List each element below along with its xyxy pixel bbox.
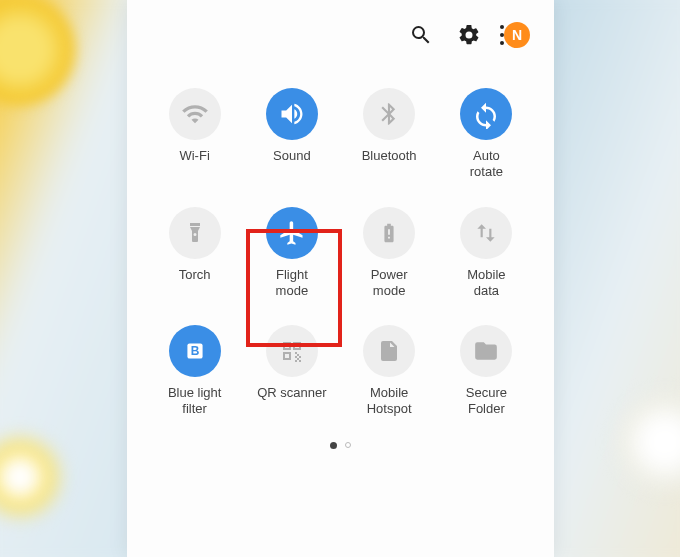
folder-icon — [460, 325, 512, 377]
settings-button[interactable] — [456, 22, 482, 48]
toggle-label: Bluetooth — [362, 148, 417, 180]
toggle-mobile-hotspot[interactable]: Mobile Hotspot — [344, 325, 435, 418]
toggle-sound[interactable]: Sound — [246, 88, 337, 181]
rotate-icon — [460, 88, 512, 140]
data-icon — [460, 207, 512, 259]
more-vertical-icon — [498, 24, 506, 46]
gear-icon — [457, 23, 481, 47]
wifi-icon — [169, 88, 221, 140]
toggle-mobile-data[interactable]: Mobile data — [441, 207, 532, 300]
bluelight-icon: B — [169, 325, 221, 377]
toggle-label: QR scanner — [257, 385, 326, 417]
toggle-power-mode[interactable]: Power mode — [344, 207, 435, 300]
svg-text:B: B — [190, 344, 199, 358]
toggle-qr-scanner[interactable]: QR scanner — [246, 325, 337, 418]
page-indicator[interactable] — [127, 442, 554, 449]
toggle-auto-rotate[interactable]: Auto rotate — [441, 88, 532, 181]
toggle-label: Secure Folder — [466, 385, 507, 418]
quick-settings-topbar: N — [127, 0, 554, 58]
search-button[interactable] — [408, 22, 434, 48]
page-dot — [345, 442, 351, 448]
battery-icon — [363, 207, 415, 259]
qr-icon — [266, 325, 318, 377]
bluetooth-icon — [363, 88, 415, 140]
toggle-label: Sound — [273, 148, 311, 180]
page-dot-active — [330, 442, 337, 449]
toggle-label: Auto rotate — [470, 148, 503, 181]
account-menu-button[interactable]: N — [504, 22, 530, 48]
svg-point-1 — [500, 33, 504, 37]
svg-point-2 — [500, 41, 504, 45]
quick-toggle-grid: Wi-Fi Sound Bluetooth Auto rotate Torch — [127, 58, 554, 428]
toggle-bluetooth[interactable]: Bluetooth — [344, 88, 435, 181]
hotspot-icon — [363, 325, 415, 377]
sound-icon — [266, 88, 318, 140]
toggle-label: Flight mode — [276, 267, 309, 300]
airplane-icon — [266, 207, 318, 259]
toggle-flight-mode[interactable]: Flight mode — [246, 207, 337, 300]
toggle-label: Torch — [179, 267, 211, 299]
toggle-blue-light-filter[interactable]: B Blue light filter — [149, 325, 240, 418]
toggle-label: Mobile Hotspot — [367, 385, 412, 418]
search-icon — [409, 23, 433, 47]
toggle-label: Blue light filter — [168, 385, 221, 418]
toggle-label: Mobile data — [467, 267, 505, 300]
toggle-torch[interactable]: Torch — [149, 207, 240, 300]
avatar: N — [504, 22, 530, 48]
toggle-secure-folder[interactable]: Secure Folder — [441, 325, 532, 418]
svg-point-0 — [500, 25, 504, 29]
torch-icon — [169, 207, 221, 259]
toggle-label: Wi-Fi — [179, 148, 209, 180]
toggle-label: Power mode — [371, 267, 408, 300]
quick-settings-panel: N Wi-Fi Sound Bluetooth Auto rota — [127, 0, 554, 557]
toggle-wifi[interactable]: Wi-Fi — [149, 88, 240, 181]
